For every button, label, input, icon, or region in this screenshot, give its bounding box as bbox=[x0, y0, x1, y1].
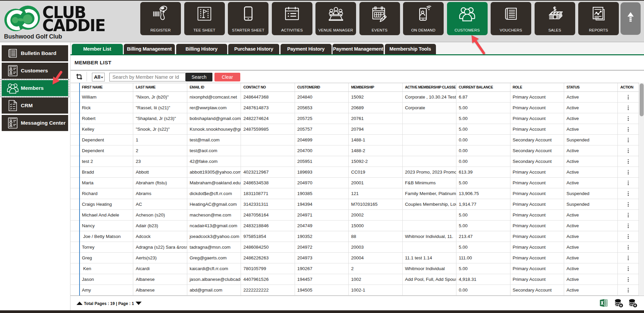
cell-membership: 121 bbox=[349, 188, 402, 199]
search-input[interactable] bbox=[109, 73, 186, 81]
vertical-ellipsis-icon bbox=[628, 256, 629, 260]
cell-role: Secondary Account bbox=[510, 156, 564, 167]
scrollbar-thumb[interactable] bbox=[640, 83, 644, 116]
filter-select[interactable]: All bbox=[92, 73, 105, 81]
up-arrow-icon bbox=[626, 11, 635, 24]
cell-action[interactable] bbox=[618, 124, 639, 134]
cell-action[interactable] bbox=[618, 167, 639, 177]
cell-first-name: Marta bbox=[80, 178, 133, 188]
cell-action[interactable] bbox=[618, 231, 639, 242]
tab-billing-management[interactable]: Billing Management bbox=[124, 44, 175, 54]
cell-customerid: 204971 bbox=[295, 210, 349, 220]
nav-button-tee-sheet[interactable]: TEE SHEET bbox=[184, 2, 225, 35]
sidebar-item-messaging-center[interactable]: Messaging Center bbox=[2, 115, 68, 131]
cell-action[interactable] bbox=[618, 103, 639, 113]
col-header-status: STATUS bbox=[564, 83, 618, 91]
vertical-ellipsis-icon bbox=[628, 288, 629, 292]
row-select-cell bbox=[70, 263, 80, 274]
row-select-cell bbox=[70, 221, 80, 231]
cell-status: Active bbox=[564, 285, 618, 295]
page-down-button[interactable] bbox=[136, 302, 142, 305]
cell-action[interactable] bbox=[618, 253, 639, 263]
cell-customerid: 190352 bbox=[295, 231, 349, 242]
cell-action[interactable] bbox=[618, 145, 639, 156]
vertical-ellipsis-icon bbox=[628, 138, 629, 142]
row-select-cell bbox=[70, 253, 80, 263]
cell-action[interactable] bbox=[618, 210, 639, 220]
cell-role: Secondary Account bbox=[510, 145, 564, 156]
cell-customerid: 194394 bbox=[295, 199, 349, 209]
collapse-header-button[interactable] bbox=[621, 2, 641, 35]
tab-payment-management[interactable]: Payment Management bbox=[333, 44, 384, 54]
cell-action[interactable] bbox=[618, 263, 639, 274]
cell-last-name: Abrams bbox=[133, 188, 187, 199]
excel-export-icon[interactable] bbox=[599, 299, 608, 307]
clear-button[interactable]: Clear bbox=[214, 73, 240, 81]
database-download-icon[interactable] bbox=[614, 299, 624, 308]
cell-current-balance: 5.00 bbox=[456, 221, 510, 231]
club-name: Bushwood Golf Club bbox=[4, 33, 62, 40]
tab-payment-history[interactable]: Payment History bbox=[281, 44, 332, 54]
cell-action[interactable] bbox=[618, 221, 639, 231]
nav-button-events[interactable]: EVENTS bbox=[359, 2, 400, 35]
cell-last-name: Aicardi bbox=[133, 263, 187, 274]
brand-logo-line2: CADDIE bbox=[42, 19, 105, 32]
cell-current-balance: 0.00 bbox=[456, 135, 510, 145]
cell-status: Suspended bbox=[564, 188, 618, 199]
nav-button-reports[interactable]: REPORTS bbox=[578, 2, 619, 35]
vertical-ellipsis-icon bbox=[628, 95, 629, 99]
cell-membership: 1002-1 bbox=[349, 285, 402, 295]
nav-button-vouchers[interactable]: VOUCHERS bbox=[491, 2, 531, 35]
cell-role: Primary Account bbox=[510, 274, 564, 285]
tab-member-list[interactable]: Member List bbox=[72, 44, 123, 54]
cell-action[interactable] bbox=[618, 188, 639, 199]
sidebar-item-label: Messaging Center bbox=[21, 120, 66, 126]
refresh-button[interactable] bbox=[76, 73, 83, 81]
sidebar-item-crm[interactable]: CRM bbox=[2, 98, 68, 114]
tab-purchase-history[interactable]: Purchase History bbox=[228, 44, 279, 54]
row-select-cell bbox=[70, 113, 80, 124]
cell-first-name: Greg bbox=[80, 253, 133, 263]
tab-billing-history[interactable]: Billing History bbox=[176, 44, 227, 54]
cell-role: Primary Account bbox=[510, 199, 564, 209]
cell-status: Active bbox=[564, 167, 618, 177]
tab-membership-tools[interactable]: Membership Tools bbox=[385, 44, 436, 54]
cell-first-name: Richard bbox=[80, 188, 133, 199]
cell-active-membership-classe: Corporate , 10.30.24 Test bbox=[403, 92, 456, 102]
cell-status: Active bbox=[564, 263, 618, 274]
cell-customerid: 204699 bbox=[295, 135, 349, 145]
search-button[interactable]: Search bbox=[186, 73, 212, 81]
cell-email-id: 42@fake.com bbox=[187, 156, 241, 167]
nav-button-register[interactable]: REGISTER bbox=[140, 2, 181, 35]
cell-action[interactable] bbox=[618, 113, 639, 124]
cell-action[interactable] bbox=[618, 242, 639, 252]
cell-action[interactable] bbox=[618, 156, 639, 167]
cell-active-membership-classe: 11.1 test 1.14 bbox=[403, 253, 456, 263]
page-up-button[interactable] bbox=[77, 302, 83, 305]
sidebar-item-bulletin-board[interactable]: Bulletin Board bbox=[2, 45, 68, 61]
vertical-ellipsis-icon bbox=[628, 277, 629, 281]
vertical-scrollbar[interactable] bbox=[639, 83, 644, 295]
cell-action[interactable] bbox=[618, 274, 639, 285]
cell-current-balance: 6.87 bbox=[456, 92, 510, 102]
row-select-cell bbox=[70, 231, 80, 242]
cell-role: Secondary Account bbox=[510, 285, 564, 295]
table-row: Rick"Rassel, Iii (s21)"rer@wwrplaw.com24… bbox=[70, 103, 639, 113]
cell-action[interactable] bbox=[618, 135, 639, 145]
nav-button-activities[interactable]: ACTIVITIES bbox=[272, 2, 312, 35]
nav-button-venue-manager[interactable]: VENUE MANAGER bbox=[315, 2, 356, 35]
nav-button-sales[interactable]: SALES bbox=[535, 2, 575, 35]
col-header-active-membership-classe: ACTIVE MEMBERSHIP CLASSE bbox=[403, 83, 456, 91]
sidebar: Bulletin Board Customers Members CRM Mes… bbox=[2, 45, 68, 132]
nav-button-on-demand[interactable]: ON DEMAND bbox=[403, 2, 444, 35]
nav-button-customers[interactable]: CUSTOMERS bbox=[447, 2, 488, 35]
nav-button-starter-sheet[interactable]: STARTER SHEET bbox=[228, 2, 268, 35]
vertical-ellipsis-icon bbox=[628, 224, 629, 228]
cell-action[interactable] bbox=[618, 285, 639, 295]
cell-action[interactable] bbox=[618, 199, 639, 209]
cell-action[interactable] bbox=[618, 92, 639, 102]
cell-first-name: Joe / Betty Matson bbox=[80, 231, 133, 242]
database-upload-icon[interactable] bbox=[628, 299, 638, 308]
cell-role: Primary Account bbox=[510, 210, 564, 220]
cell-action[interactable] bbox=[618, 178, 639, 188]
